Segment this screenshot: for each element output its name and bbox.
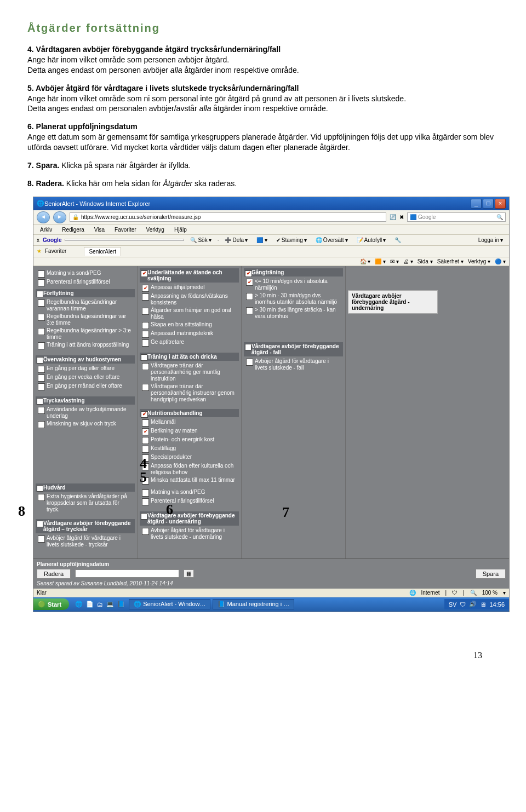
zoom-icon[interactable]: 🔍 xyxy=(470,590,477,596)
checkbox[interactable] xyxy=(246,307,253,314)
list-item[interactable]: Anpassa äthjälpmedel xyxy=(142,284,238,292)
address-input[interactable]: 🔒 https://www.reg.ucr.uu.se/senioralert/… xyxy=(70,212,386,222)
list-item[interactable]: Skapa en bra sittställning xyxy=(142,321,238,330)
checkbox[interactable] xyxy=(141,411,148,418)
list-item[interactable]: Vårdtagare tränar där personal/anhörig i… xyxy=(142,383,238,404)
panel-header[interactable]: Tryckavlastning xyxy=(36,396,135,405)
checkbox[interactable] xyxy=(38,383,45,390)
menu-visa[interactable]: Visa xyxy=(91,226,108,233)
menu-redigera[interactable]: Redigera xyxy=(59,226,88,233)
list-item[interactable]: > 30 min dvs längre sträcka - kan vara u… xyxy=(246,306,342,320)
spara-button[interactable]: Spara xyxy=(476,569,506,579)
print-icon[interactable]: 🖨 ▾ xyxy=(403,258,413,264)
search-go-icon[interactable]: 🔍 xyxy=(496,214,503,220)
list-item[interactable]: Anpassa födan efter kulturella och relig… xyxy=(142,462,238,476)
logga-in-button[interactable]: Logga in ▾ xyxy=(476,236,506,244)
list-item[interactable]: Avböjer åtgärd för vårdtagare i livets s… xyxy=(246,358,342,372)
checkbox[interactable] xyxy=(38,314,45,321)
checkbox[interactable] xyxy=(142,293,149,301)
tray-icon[interactable]: 🛡 xyxy=(460,601,466,608)
checkbox[interactable] xyxy=(37,485,43,492)
list-item[interactable]: En gång per dag eller oftare xyxy=(38,365,134,373)
checkbox[interactable] xyxy=(38,375,45,382)
list-item[interactable]: Specialprodukter xyxy=(142,453,238,462)
checkbox[interactable] xyxy=(142,446,149,453)
list-item[interactable]: Matning via sond/PEG xyxy=(38,269,134,278)
menu-favoriter[interactable]: Favoriter xyxy=(111,226,139,233)
checkbox[interactable] xyxy=(141,270,148,277)
forward-button[interactable]: ► xyxy=(53,211,66,223)
list-item[interactable]: En gång per vecka eller oftare xyxy=(38,373,134,382)
radera-button[interactable]: Radera xyxy=(37,569,71,579)
refresh-icon[interactable]: 🔄 xyxy=(390,214,396,220)
checkbox[interactable] xyxy=(245,344,251,350)
checkbox[interactable] xyxy=(142,489,149,497)
panel-header[interactable]: Gångträning xyxy=(244,268,343,277)
list-item[interactable]: Åtgärder som främjar en god oral hälsa xyxy=(142,307,238,321)
list-item[interactable]: Extra hygieniska vårdåtgärder på kroppsd… xyxy=(38,493,134,514)
list-item[interactable]: Träning i att ändra kroppsställning xyxy=(38,341,134,350)
taskbar-item-word[interactable]: 📘 Manual registrering i … xyxy=(213,599,294,609)
checkbox[interactable] xyxy=(246,359,253,366)
list-item[interactable]: Parenteral näringstillförsel xyxy=(142,497,238,506)
menu-arkiv[interactable]: Arkiv xyxy=(37,226,55,233)
checkbox[interactable] xyxy=(246,293,253,300)
checkbox[interactable] xyxy=(141,513,147,520)
date-picker-icon[interactable]: ▦ xyxy=(184,569,194,578)
list-item[interactable]: > 10 min - 30 min/dygn dvs inomhus utanf… xyxy=(246,292,342,306)
list-item[interactable]: Ge aptitretare xyxy=(142,338,238,347)
panel-header[interactable]: Vårdtagare avböjer förebyggande åtgärd -… xyxy=(244,342,343,356)
checkbox[interactable] xyxy=(37,521,43,527)
list-item[interactable]: Matning via sond/PEG xyxy=(142,488,238,497)
list-item[interactable]: <= 10 min/dygn dvs i absoluta närmiljön xyxy=(246,278,342,292)
list-item[interactable]: Minskning av skjuv och tryck xyxy=(38,420,134,429)
checkbox[interactable] xyxy=(38,342,45,349)
checkbox[interactable] xyxy=(141,354,147,361)
checkbox[interactable] xyxy=(142,419,149,427)
quicklaunch-icon[interactable]: 🗂 xyxy=(95,601,105,608)
star-icon[interactable]: ★ xyxy=(37,248,42,254)
help-icon[interactable]: 🔵 ▾ xyxy=(495,258,506,264)
checkbox[interactable] xyxy=(37,398,43,405)
menu-verktyg[interactable]: Verktyg xyxy=(143,226,168,233)
list-item[interactable]: Minska nattfasta till max 11 timmar xyxy=(142,476,238,485)
list-item[interactable]: En gång per månad eller oftare xyxy=(38,382,134,391)
checkbox[interactable] xyxy=(142,528,149,535)
lang-indicator[interactable]: SV xyxy=(449,601,457,608)
menu-hjalp[interactable]: Hjälp xyxy=(171,226,190,233)
tray-icon[interactable]: 🔊 xyxy=(469,601,477,608)
checkbox[interactable] xyxy=(38,279,45,286)
checkbox[interactable] xyxy=(142,331,149,338)
panel-header[interactable]: Övervakning av hudkostymen xyxy=(36,355,135,364)
browser-search[interactable]: 🟦Google 🔍 xyxy=(407,212,506,222)
list-item[interactable]: Kosttillägg xyxy=(142,445,238,453)
autofyll-button[interactable]: 📝 Autofyll ▾ xyxy=(354,236,389,244)
list-item[interactable]: Vårdtagare tränar där personal/anhörig g… xyxy=(142,362,238,383)
quicklaunch-icon[interactable]: 🌐 xyxy=(73,601,84,608)
quicklaunch-icon[interactable]: 📘 xyxy=(116,601,127,608)
minimize-button[interactable]: _ xyxy=(471,199,482,209)
quicklaunch-icon[interactable]: 📄 xyxy=(84,601,95,608)
stavning-button[interactable]: ✔ Stavning ▾ xyxy=(273,236,310,244)
list-item[interactable]: Regelbundna lägesändringar varannan timm… xyxy=(38,298,134,313)
checkbox[interactable] xyxy=(246,279,253,286)
panel-header[interactable]: Underlättande av ätande och sväljning xyxy=(140,268,239,283)
checkbox[interactable] xyxy=(142,339,149,347)
checkbox[interactable] xyxy=(142,322,149,329)
checkbox[interactable] xyxy=(37,291,43,297)
panel-header[interactable]: Träning i att äta och dricka xyxy=(140,353,239,361)
list-item[interactable]: Regelbundna lägesändringar > 3:e timme xyxy=(38,327,134,341)
tray-icon[interactable]: 🖥 xyxy=(480,601,486,608)
checkbox[interactable] xyxy=(245,270,252,277)
tab-senioralert[interactable]: SeniorAlert xyxy=(84,247,121,256)
checkbox[interactable] xyxy=(38,270,45,278)
feeds-icon[interactable]: 🟧 ▾ xyxy=(375,258,386,264)
checkbox[interactable] xyxy=(37,357,43,364)
sok-button[interactable]: 🔍Sök ▾ xyxy=(187,236,214,244)
wrench-button[interactable]: 🔧 xyxy=(392,236,404,244)
verktyg-menu[interactable]: Verktyg ▾ xyxy=(468,258,490,264)
panel-header[interactable]: Förflyttning xyxy=(36,289,135,297)
list-item[interactable]: Anpassad matningsteknik xyxy=(142,330,238,338)
checkbox[interactable] xyxy=(142,285,149,292)
sakerhet-menu[interactable]: Säkerhet ▾ xyxy=(437,258,464,264)
